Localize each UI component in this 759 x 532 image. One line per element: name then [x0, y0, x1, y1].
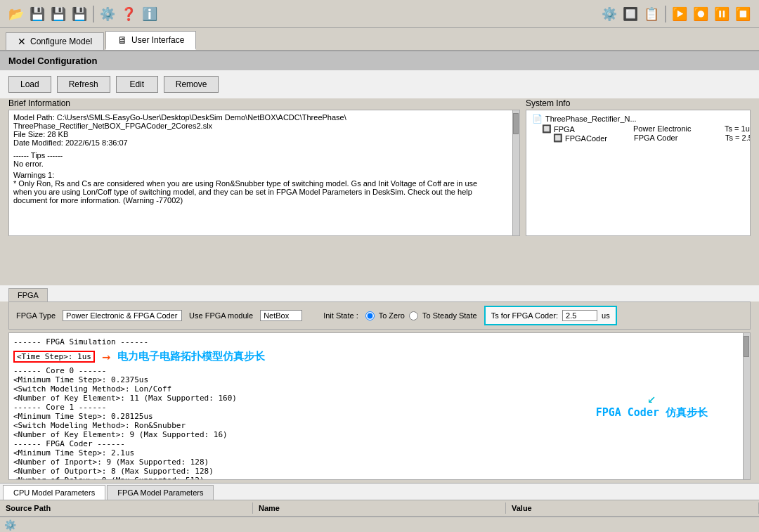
- tree-fpga-name: 🔲 FPGA: [542, 124, 633, 134]
- annotation-text-2: FPGA Coder 仿真步长: [596, 406, 708, 420]
- ui-icon: 🖥: [117, 34, 127, 46]
- info-icon[interactable]: ℹ️: [140, 4, 160, 24]
- ts-input[interactable]: [562, 310, 597, 321]
- fpga-scrollbar[interactable]: [743, 333, 750, 479]
- core0-header: ------ Core 0 ------: [13, 366, 746, 375]
- radio-to-steady-state-label: To Steady State: [422, 311, 477, 320]
- record-icon[interactable]: ⏺️: [691, 4, 711, 24]
- radio-to-zero-label: To Zero: [379, 311, 405, 320]
- tree-fpgacoder-col3: Ts = 2.5us: [725, 134, 751, 143]
- fpga-type-input[interactable]: [63, 310, 182, 321]
- brief-info-label: Brief Information: [8, 98, 514, 108]
- tab-bar: ✕ Configure Model 🖥 User Interface: [0, 28, 759, 51]
- tab-fpga-model-params[interactable]: FPGA Model Parameters: [107, 485, 214, 500]
- file-size: File Size: 28 KB: [13, 130, 515, 138]
- tab-cpu-model-params[interactable]: CPU Model Parameters: [3, 485, 105, 500]
- status-bar: ⚙️: [0, 517, 759, 532]
- warnings-label: Warnings 1:: [13, 171, 515, 179]
- fpga-coder-line-3: <Number of Delay>: 8 (Max Supported: 512…: [13, 476, 746, 480]
- col-source-path: Source Path: [0, 502, 253, 514]
- time-step-label: <Time Step>: 1us: [13, 351, 95, 363]
- tree-fpgacoder-children: 🔲 FPGACoder FPGA Coder Ts = 2.5us: [553, 134, 746, 143]
- fpga-config-bar: FPGA Type Use FPGA module Init State : T…: [8, 301, 751, 330]
- fpga-sim-header: ------ FPGA Simulation ------: [13, 337, 746, 346]
- model-path: Model Path: C:\Users\SMLS-EasyGo-User\De…: [13, 113, 515, 122]
- date-modified: Date Modified: 2022/6/15 8:36:07: [13, 138, 515, 147]
- fpga-tab[interactable]: FPGA: [8, 288, 48, 301]
- table-header: Source Path Name Value: [0, 500, 759, 517]
- radio-to-zero[interactable]: [365, 311, 375, 320]
- ts-box: Ts for FPGA Coder: us: [484, 306, 617, 325]
- help-icon[interactable]: ❓: [119, 4, 138, 24]
- clipboard-icon[interactable]: 📋: [642, 4, 661, 24]
- info-row: Model Path: C:\Users\SMLS-EasyGo-User\De…: [0, 110, 759, 285]
- button-bar: Load Refresh Edit Remove: [0, 70, 759, 98]
- fpga-scrollbar-thumb[interactable]: [744, 336, 749, 357]
- ts-unit: us: [602, 311, 610, 320]
- tree-root-icon: 📄: [532, 114, 543, 124]
- refresh-button[interactable]: Refresh: [57, 76, 110, 93]
- brief-scrollbar-thumb[interactable]: [513, 113, 519, 134]
- tips-content: No error.: [13, 160, 515, 168]
- fpga-module-label: Use FPGA module: [189, 311, 253, 320]
- col-value: Value: [506, 502, 759, 514]
- tree-fpga-icon: 🔲: [542, 124, 552, 134]
- annotation-text-1: 电力电子电路拓扑模型仿真步长: [117, 350, 265, 363]
- fpga-coder-line-2: <Number of Outport>: 8 (Max Supported: 1…: [13, 467, 746, 476]
- tree-root: 📄 ThreePhase_Rectifier_N...: [531, 113, 746, 124]
- brief-scrollbar[interactable]: [512, 110, 519, 235]
- main-toolbar: 📂 💾 💾 💾 ⚙️ ❓ ℹ️ ⚙️ 🔲 📋 ▶️ ⏺️ ⏸️ ⏹️: [0, 0, 759, 28]
- configure-icon: ✕: [18, 36, 26, 47]
- tips-label: ------ Tips ------: [13, 151, 515, 160]
- tree-fpgacoder-icon: 🔲: [553, 134, 563, 143]
- tree-fpga-row: 🔲 FPGA Power Electronic Ts = 1us: [542, 124, 746, 134]
- core1-line-1: <Switch Modeling Method>: Ron&Snubber: [13, 421, 746, 430]
- ts-label: Ts for FPGA Coder:: [491, 311, 558, 320]
- save-icon-3[interactable]: 💾: [70, 4, 89, 24]
- remove-button[interactable]: Remove: [164, 76, 219, 93]
- tree-fpga-col3: Ts = 1us: [725, 124, 751, 134]
- bottom-tab-bar: CPU Model Parameters FPGA Model Paramete…: [0, 483, 759, 500]
- settings-icon[interactable]: ⚙️: [98, 4, 117, 24]
- tab-configure-model[interactable]: ✕ Configure Model: [6, 32, 104, 50]
- open-icon[interactable]: 📂: [6, 4, 26, 24]
- stop-icon[interactable]: ⏹️: [733, 4, 753, 24]
- tab-user-interface[interactable]: 🖥 User Interface: [105, 31, 196, 50]
- fpga-coder-line-0: <Minimum Time Step>: 2.1us: [13, 448, 746, 458]
- section-header: Model Configuration: [0, 51, 759, 70]
- brief-info-panel: Model Path: C:\Users\SMLS-EasyGo-User\De…: [8, 110, 520, 236]
- time-step-row: <Time Step>: 1us → 电力电子电路拓扑模型仿真步长: [13, 348, 746, 365]
- content-area: Model Configuration Load Refresh Edit Re…: [0, 51, 759, 532]
- fpga-type-label: FPGA Type: [16, 311, 56, 320]
- file-name: ThreePhase_Rectifier_NetBOX_FPGACoder_2C…: [13, 122, 515, 130]
- init-state-radio-group: To Zero To Steady State: [365, 311, 477, 320]
- core0-line-0: <Minimum Time Step>: 0.2375us: [13, 375, 746, 384]
- grid-icon[interactable]: 🔲: [621, 4, 640, 24]
- fpga-sim-area: ------ FPGA Simulation ------ <Time Step…: [8, 332, 751, 480]
- annotation2-group: ↙ FPGA Coder 仿真步长: [596, 389, 708, 420]
- init-state-label: Init State :: [323, 311, 358, 320]
- status-settings-icon: ⚙️: [4, 519, 16, 531]
- toolbar-sep-1: [93, 6, 94, 22]
- toolbar-sep-2: [665, 6, 666, 22]
- load-button[interactable]: Load: [8, 76, 51, 93]
- config-icon[interactable]: ⚙️: [599, 4, 619, 24]
- arrow-right-icon: →: [102, 348, 110, 365]
- play-icon[interactable]: ▶️: [670, 4, 689, 24]
- tree-fpgacoder-name: 🔲 FPGACoder: [553, 134, 634, 143]
- system-info-panel: 📄 ThreePhase_Rectifier_N... 🔲 FPGA Power…: [526, 110, 751, 236]
- fpga-coder-header: ------ FPGA Coder ------: [13, 439, 746, 448]
- edit-button[interactable]: Edit: [116, 76, 158, 93]
- save-icon-2[interactable]: 💾: [48, 4, 68, 24]
- tree-children: 🔲 FPGA Power Electronic Ts = 1us 🔲 FPGAC…: [542, 124, 746, 143]
- tree-fpgacoder-col2: FPGA Coder: [634, 134, 725, 143]
- fpga-tabs: FPGA: [0, 285, 759, 301]
- core1-line-2: <Number of Key Element>: 9 (Max Supporte…: [13, 430, 746, 439]
- sys-info-label: System Info: [526, 98, 751, 108]
- pause-icon[interactable]: ⏸️: [712, 4, 732, 24]
- radio-to-steady-state[interactable]: [409, 311, 418, 320]
- fpga-module-input[interactable]: [260, 310, 302, 321]
- col-name: Name: [253, 502, 506, 514]
- ts-arrow-icon: ↙: [647, 389, 656, 406]
- save-icon-1[interactable]: 💾: [27, 4, 47, 24]
